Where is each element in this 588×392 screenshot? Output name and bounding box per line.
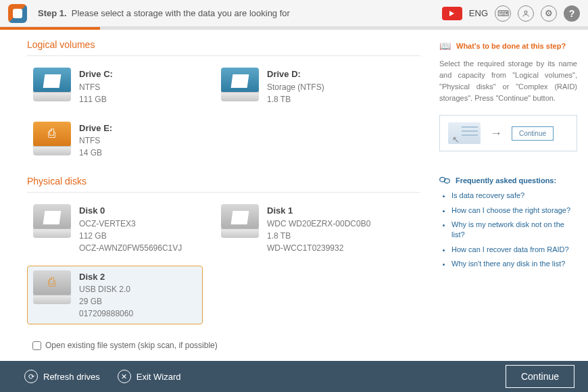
drive-name: Disk 0 [79,204,182,218]
physical-disk-item[interactable]: Disk 0OCZ-VERTEX3112 GBOCZ-AWNZ0FW55696C… [27,199,203,259]
step-number: Step 1. [38,8,67,18]
help-text: Select the required storage by its name … [439,58,577,104]
storage-panel: Logical volumes Drive C:NTFS111 GBDrive … [0,30,434,361]
logical-volume-item[interactable]: ⎙Drive E:NTFS14 GB [27,117,203,164]
drive-info: Drive E:NTFS14 GB [79,122,112,160]
arrow-right-icon: → [490,126,502,141]
step-desc: Please select a storage with the data yo… [72,8,290,18]
open-existing-fs-option[interactable]: Open existing file system (skip scan, if… [32,341,218,350]
app-logo-icon [8,4,27,23]
faq-item[interactable]: Is data recovery safe? [451,191,577,201]
youtube-icon[interactable] [442,7,462,20]
cursor-icon: ↖ [452,134,460,145]
drive-name: Drive D: [267,68,324,81]
step-title: Step 1. Please select a storage with the… [38,8,442,18]
refresh-icon: ⟳ [24,370,38,383]
keyboard-icon[interactable]: ⌨ [495,5,511,22]
drive-serial: 017209888060 [79,308,133,320]
book-icon: 📖 [439,41,451,51]
drive-icon [221,204,259,238]
drive-info: Drive D:Storage (NTFS)1.8 TB [267,68,324,105]
drive-size: 1.8 TB [267,230,370,242]
drive-size: 112 GB [79,230,182,242]
drive-name: Drive E: [79,122,112,135]
drive-icon: ⎙ [33,122,71,155]
drive-size: 14 GB [79,147,112,159]
drive-serial: OCZ-AWNZ0FW55696C1VJ [79,242,182,254]
drive-icon [33,204,71,238]
drive-icon [33,68,71,101]
drive-serial: WD-WCC1T0239932 [267,242,370,254]
footer-bar: ⟳ Refresh drives ✕ Exit Wizard Continue [0,361,588,392]
physical-disk-item[interactable]: ⎙Disk 2USB DISK 2.029 GB017209888060 [27,266,203,325]
faq-item[interactable]: How can I choose the right storage? [451,205,577,216]
exit-wizard-button[interactable]: ✕ Exit Wizard [118,370,181,383]
faq-item[interactable]: Why isn't there any disk in the list? [451,259,577,269]
open-existing-fs-checkbox[interactable] [32,341,41,350]
section-logical-title: Logical volumes [27,39,420,50]
drive-info: Drive C:NTFS111 GB [79,68,113,105]
drive-info: Disk 0OCZ-VERTEX3112 GBOCZ-AWNZ0FW55696C… [79,204,182,254]
drive-size: 1.8 TB [267,93,324,105]
divider [27,55,420,56]
drive-name: Disk 1 [267,204,370,218]
hint-storage-icon: ↖ [448,122,481,144]
drive-info: Disk 1WDC WD20EZRX-00DC0B01.8 TBWD-WCC1T… [267,204,370,254]
header-bar: Step 1. Please select a storage with the… [0,0,588,27]
continue-button[interactable]: Continue [506,365,574,388]
drive-icon [221,68,259,101]
logical-volume-item[interactable]: Drive D:Storage (NTFS)1.8 TB [215,63,391,110]
drive-size: 29 GB [79,295,133,308]
drive-detail: NTFS [79,81,113,93]
drive-name: Disk 2 [79,270,133,284]
drive-detail: OCZ-VERTEX3 [79,218,182,230]
hint-continue-button: Continue [512,126,554,141]
refresh-drives-button[interactable]: ⟳ Refresh drives [24,370,100,383]
drive-size: 111 GB [79,93,113,105]
close-icon: ✕ [118,370,131,383]
section-physical-title: Physical disks [27,176,420,187]
open-existing-fs-label: Open existing file system (skip scan, if… [45,341,218,350]
logical-volume-item[interactable]: Drive C:NTFS111 GB [27,63,203,110]
drive-icon: ⎙ [33,270,71,304]
help-panel: 📖 What's to be done at this step? Select… [434,30,588,361]
language-selector[interactable]: ENG [469,8,488,18]
faq-list: Is data recovery safe?How can I choose t… [439,191,577,269]
drive-info: Disk 2USB DISK 2.029 GB017209888060 [79,270,133,320]
svg-point-0 [524,11,527,14]
drive-name: Drive C: [79,68,113,81]
help-icon[interactable]: ? [564,5,580,22]
drive-detail: Storage (NTFS) [267,81,324,93]
physical-disk-item[interactable]: Disk 1WDC WD20EZRX-00DC0B01.8 TBWD-WCC1T… [215,199,391,259]
divider [27,192,420,193]
help-heading: 📖 What's to be done at this step? [439,41,577,51]
drive-detail: NTFS [79,134,112,147]
drive-detail: WDC WD20EZRX-00DC0B0 [267,218,370,230]
faq-item[interactable]: Why is my network disk not on the list? [451,220,577,241]
settings-icon[interactable]: ⚙ [541,5,557,22]
faq-heading: Frequently asked questions: [439,176,577,185]
drive-detail: USB DISK 2.0 [79,283,133,295]
user-icon[interactable] [518,5,534,22]
hint-illustration: ↖ → Continue [439,115,577,151]
faq-item[interactable]: How can I recover data from RAID? [451,245,577,255]
